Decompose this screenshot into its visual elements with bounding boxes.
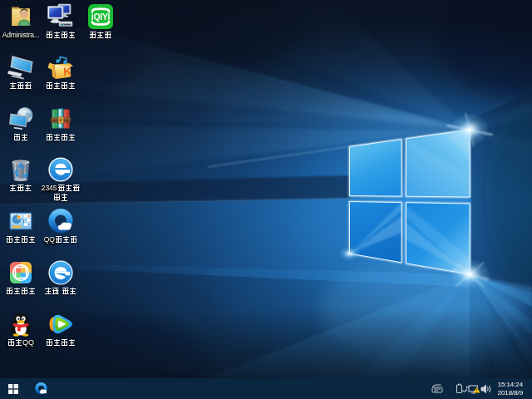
svg-text:K: K: [63, 64, 72, 78]
svg-text:iQIYI: iQIYI: [91, 12, 111, 22]
